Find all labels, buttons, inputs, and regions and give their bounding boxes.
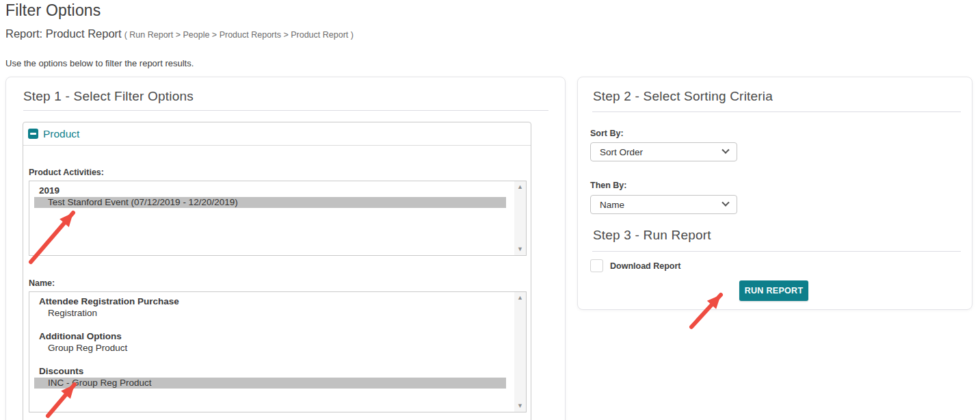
scroll-down-icon[interactable]: ▼ bbox=[517, 246, 523, 252]
sort-by-value: Sort Order bbox=[600, 147, 723, 157]
page-header: Filter Options Report: Product Report( R… bbox=[5, 1, 354, 40]
sort-by-label: Sort By: bbox=[590, 129, 624, 138]
listbox-group: 2019 Test Stanford Event (07/12/2019 - 1… bbox=[34, 185, 506, 208]
divider bbox=[592, 251, 961, 252]
listbox-content: 2019 Test Stanford Event (07/12/2019 - 1… bbox=[29, 181, 514, 255]
collapse-minus-icon[interactable] bbox=[28, 129, 38, 139]
listbox-group-label: Attendee Registration Purchase bbox=[34, 296, 506, 308]
divider bbox=[592, 111, 961, 112]
step1-heading: Step 1 - Select Filter Options bbox=[23, 89, 194, 104]
scrollbar[interactable]: ▲ ▼ bbox=[514, 181, 526, 255]
listbox-group: Discounts INC - Group Reg Product bbox=[34, 366, 506, 389]
scroll-up-icon[interactable]: ▲ bbox=[517, 295, 523, 301]
listbox-group: Attendee Registration Purchase Registrat… bbox=[34, 296, 506, 319]
name-filter-label: Name: bbox=[29, 278, 55, 288]
breadcrumb: ( Run Report > People > Product Reports … bbox=[124, 30, 354, 40]
listbox-group-label: 2019 bbox=[34, 185, 506, 197]
then-by-select[interactable]: Name bbox=[590, 195, 737, 214]
step2-panel: Step 2 - Select Sorting Criteria Sort By… bbox=[577, 77, 972, 310]
scrollbar[interactable]: ▲ ▼ bbox=[514, 292, 526, 412]
listbox-option[interactable]: Registration bbox=[34, 308, 506, 319]
report-line: Report: Product Report( Run Report > Peo… bbox=[5, 27, 354, 40]
download-report-checkbox[interactable] bbox=[590, 259, 603, 272]
download-report-label: Download Report bbox=[610, 261, 680, 271]
listbox-content: Attendee Registration Purchase Registrat… bbox=[29, 292, 514, 412]
chevron-down-icon bbox=[721, 146, 729, 154]
chevron-down-icon bbox=[721, 199, 729, 207]
name-filter-listbox[interactable]: Attendee Registration Purchase Registrat… bbox=[29, 291, 527, 412]
download-report-row: Download Report bbox=[590, 259, 680, 272]
product-activities-label: Product Activities: bbox=[29, 168, 104, 177]
step3-heading: Step 3 - Run Report bbox=[593, 228, 711, 243]
report-name: Report: Product Report bbox=[5, 27, 122, 40]
sort-by-select[interactable]: Sort Order bbox=[590, 142, 737, 161]
listbox-option[interactable]: Group Reg Product bbox=[34, 343, 506, 354]
listbox-option-selected[interactable]: INC - Group Reg Product bbox=[34, 378, 506, 389]
step2-heading: Step 2 - Select Sorting Criteria bbox=[593, 89, 773, 104]
step1-panel: Step 1 - Select Filter Options Product P… bbox=[5, 77, 566, 420]
scroll-down-icon[interactable]: ▼ bbox=[517, 403, 523, 409]
listbox-group-label: Additional Options bbox=[34, 331, 506, 343]
then-by-label: Then By: bbox=[590, 181, 626, 190]
run-report-button[interactable]: RUN REPORT bbox=[739, 280, 808, 301]
listbox-option-selected[interactable]: Test Stanford Event (07/12/2019 - 12/20/… bbox=[34, 197, 506, 209]
listbox-group: Additional Options Group Reg Product bbox=[34, 331, 506, 354]
product-section-header[interactable]: Product bbox=[23, 122, 531, 146]
product-section-title: Product bbox=[43, 128, 79, 140]
product-filter-section: Product Product Activities: 2019 Test St… bbox=[23, 122, 531, 420]
then-by-value: Name bbox=[600, 200, 723, 210]
page-title: Filter Options bbox=[5, 1, 354, 20]
instructions-text: Use the options below to filter the repo… bbox=[5, 58, 194, 68]
listbox-group-label: Discounts bbox=[34, 366, 506, 378]
scroll-up-icon[interactable]: ▲ bbox=[517, 184, 523, 190]
divider bbox=[23, 110, 548, 111]
product-activities-listbox[interactable]: 2019 Test Stanford Event (07/12/2019 - 1… bbox=[29, 181, 527, 256]
